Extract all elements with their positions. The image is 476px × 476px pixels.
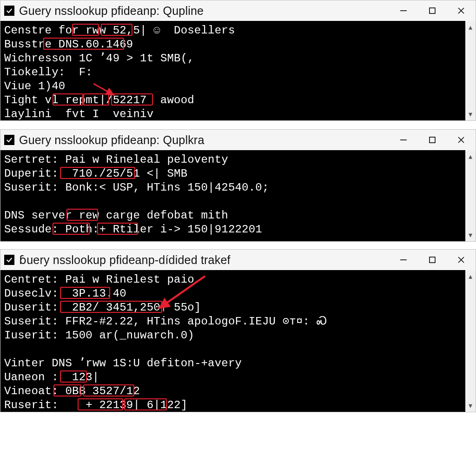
minimize-button[interactable]	[389, 130, 418, 150]
output-line: Sertret: Pai w Rineleal peloventy	[4, 153, 228, 166]
output-line: Duseclv: 3P.13.40	[4, 287, 126, 300]
output-line: Censtre for rww 52,5| ☺ Dosellers	[4, 24, 235, 37]
svg-rect-1	[430, 8, 435, 13]
maximize-button[interactable]	[418, 250, 447, 270]
output-line: Wichresson 1C ʼ49 > 1t SMB(,	[4, 52, 194, 65]
maximize-button[interactable]	[418, 0, 447, 21]
output-line: Viue 1)40	[4, 80, 65, 93]
svg-rect-10	[430, 257, 435, 263]
scroll-down-icon[interactable]: ▾	[469, 401, 472, 410]
close-button[interactable]	[447, 250, 476, 270]
scroll-up-icon[interactable]: ▴	[469, 272, 472, 281]
output-line: Tiokelly: F:	[4, 66, 93, 79]
titlebar[interactable]: ɓuery nsslookup pfideanp-dídided trakef	[0, 250, 476, 270]
output-line: DNS server rew carge defobat mith	[4, 209, 228, 222]
output-line: Suserit: FFR2-#2.22, HTins apologoF.IEJU…	[4, 315, 327, 328]
output-line: Duserit: 2B2/ 3451,250† 55o]	[4, 301, 201, 314]
checkmark-icon	[4, 135, 14, 145]
scroll-down-icon[interactable]: ▾	[469, 110, 472, 119]
output-line: Vinter DNS ʼrww 1S:U defiton-+avery	[4, 357, 242, 370]
scroll-up-icon[interactable]: ▴	[469, 23, 472, 32]
scrollbar[interactable]: ▴▾	[465, 150, 476, 241]
output-line: laylini fvt I veiniv	[4, 108, 153, 120]
titlebar[interactable]: Guery nsslookup pfideanp: Quplkra	[0, 130, 476, 150]
output-line: Suserit: Bonk:< USP, HTins 150|42540.0;	[4, 181, 269, 194]
checkmark-icon	[4, 255, 14, 265]
scroll-up-icon[interactable]: ▴	[469, 152, 472, 161]
checkmark-icon	[4, 6, 14, 16]
output-line: Tight vl repmt|/52217 awood	[4, 94, 194, 106]
close-button[interactable]	[447, 0, 476, 21]
window-title: Guery nsslookup pfideanp: Qupline	[19, 4, 204, 18]
window-title: ɓuery nsslookup pfideanp-dídided trakef	[19, 253, 231, 267]
window-title: Guery nsslookup pfideanp: Quplkra	[19, 133, 205, 147]
terminal-output: Censtre for rww 52,5| ☺ Dosellers Busstr…	[0, 21, 476, 120]
terminal-window-2: Guery nsslookup pfideanp: Quplkra Sertre…	[0, 129, 476, 242]
output-line: Duperit: 710./25/51 <| SMB	[4, 167, 187, 180]
scrollbar[interactable]: ▴▾	[465, 21, 476, 120]
output-line: Ruserit: + 22139| 6|122]	[4, 399, 187, 411]
terminal-window-3: ɓuery nsslookup pfideanp-dídided trakef …	[0, 249, 476, 412]
output-line: Centret: Pai w Rinelest paio	[4, 273, 194, 286]
close-button[interactable]	[447, 130, 476, 150]
output-line: Sessude: Poth:+ Rtiler i-> 150|9122201	[4, 223, 262, 236]
titlebar[interactable]: Guery nsslookup pfideanp: Qupline	[0, 0, 476, 21]
minimize-button[interactable]	[389, 250, 418, 270]
output-line: Uaneon : 123|	[4, 371, 99, 383]
terminal-output: Sertret: Pai w Rineleal peloventy Duperi…	[0, 150, 476, 241]
maximize-button[interactable]	[418, 130, 447, 150]
svg-rect-6	[430, 137, 435, 143]
output-line: Iuserit: 1500 ar(_nuwarch.0)	[4, 329, 194, 342]
minimize-button[interactable]	[389, 0, 418, 21]
terminal-output: Centret: Pai w Rinelest paio Duseclv: 3P…	[0, 270, 476, 412]
scrollbar[interactable]: ▴▾	[465, 270, 476, 412]
output-line: Busstre DNS.60.1469	[4, 38, 133, 51]
scroll-down-icon[interactable]: ▾	[469, 231, 472, 239]
output-line: Vineoat: 0BB 3527/12	[4, 385, 140, 397]
terminal-window-1: Guery nsslookup pfideanp: Qupline Censtr…	[0, 0, 476, 121]
